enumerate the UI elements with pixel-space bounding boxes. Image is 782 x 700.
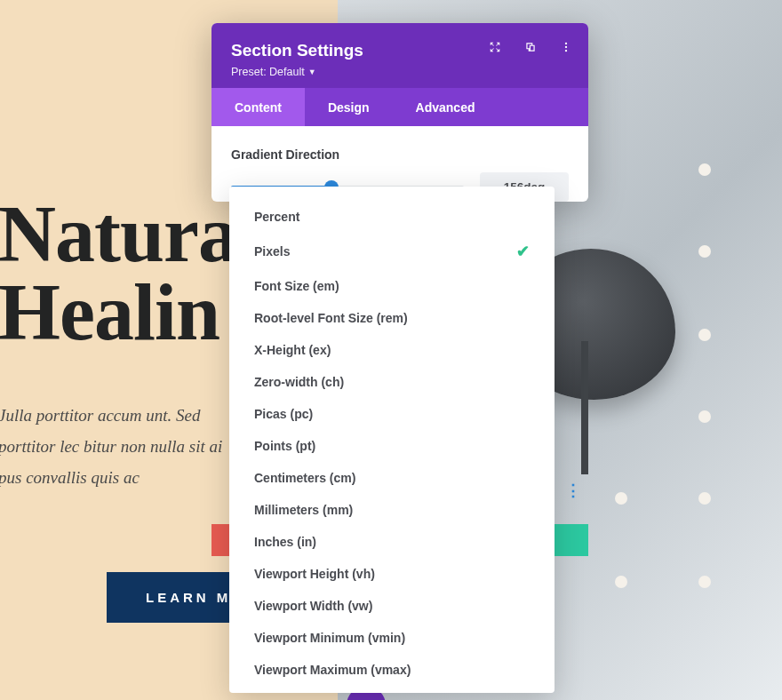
check-icon: ✔ — [516, 242, 530, 261]
svg-point-2 — [565, 50, 567, 52]
unit-option-pc[interactable]: Picas (pc) — [229, 398, 555, 430]
hero-paragraph: Julla porttitor accum unt. Sed porttitor… — [0, 400, 229, 493]
kebab-menu-icon[interactable] — [560, 41, 572, 53]
hero-title-line2: Healin — [0, 268, 219, 356]
unit-option-percent[interactable]: Percent — [229, 201, 555, 233]
preset-label: Preset: Default — [231, 66, 305, 78]
tab-content[interactable]: Content — [211, 88, 305, 126]
unit-option-ch[interactable]: Zero-width (ch) — [229, 366, 555, 398]
unit-option-label: Font Size (em) — [254, 279, 339, 293]
svg-point-1 — [565, 46, 567, 48]
unit-option-label: Points (pt) — [254, 439, 315, 453]
modal-header: Section Settings Preset: Default ▼ — [211, 23, 588, 88]
unit-option-vw[interactable]: Viewport Width (vw) — [229, 590, 555, 622]
gradient-direction-label: Gradient Direction — [231, 147, 569, 162]
decor-dot — [698, 245, 711, 258]
decor-dot — [698, 576, 711, 588]
unit-option-mm[interactable]: Millimeters (mm) — [229, 494, 555, 526]
unit-option-label: Root-level Font Size (rem) — [254, 311, 408, 325]
decor-dot — [698, 492, 711, 505]
decor-dot — [698, 163, 711, 176]
save-button[interactable] — [551, 524, 588, 556]
responsive-icon[interactable] — [524, 41, 537, 53]
unit-option-pt[interactable]: Points (pt) — [229, 430, 555, 462]
unit-option-label: Viewport Width (vw) — [254, 599, 372, 613]
unit-option-label: Zero-width (ch) — [254, 375, 344, 389]
unit-dropdown: Percent Pixels ✔ Font Size (em) Root-lev… — [229, 187, 555, 693]
unit-option-label: Inches (in) — [254, 535, 316, 549]
unit-option-em[interactable]: Font Size (em) — [229, 270, 555, 302]
unit-option-label: Centimeters (cm) — [254, 471, 355, 485]
chevron-down-icon: ▼ — [308, 68, 316, 76]
unit-option-ex[interactable]: X-Height (ex) — [229, 334, 555, 366]
unit-option-vh[interactable]: Viewport Height (vh) — [229, 558, 555, 590]
unit-option-label: Viewport Minimum (vmin) — [254, 631, 405, 645]
unit-option-in[interactable]: Inches (in) — [229, 526, 555, 558]
unit-option-pixels[interactable]: Pixels ✔ — [229, 233, 555, 270]
decor-dot — [698, 410, 711, 423]
hero-title-line1: Natura — [0, 190, 237, 278]
unit-option-rem[interactable]: Root-level Font Size (rem) — [229, 302, 555, 334]
decor-dot — [698, 329, 711, 341]
unit-option-vmin[interactable]: Viewport Minimum (vmin) — [229, 622, 555, 654]
unit-option-label: Viewport Height (vh) — [254, 567, 375, 581]
hero-title: Natura Healin — [0, 195, 237, 352]
scrollbar-indicator[interactable] — [581, 341, 588, 474]
preset-selector[interactable]: Preset: Default ▼ — [231, 66, 316, 78]
unit-option-label: Picas (pc) — [254, 407, 313, 421]
section-settings-modal: Section Settings Preset: Default ▼ Conte… — [211, 23, 588, 202]
tab-advanced[interactable]: Advanced — [393, 88, 499, 126]
unit-option-label: Millimeters (mm) — [254, 503, 353, 517]
unit-option-label: Percent — [254, 210, 299, 224]
field-options-icon[interactable]: ⋮ — [565, 481, 581, 500]
modal-tabs: Content Design Advanced — [211, 88, 588, 126]
decor-dot — [615, 492, 627, 505]
svg-point-0 — [565, 43, 567, 44]
unit-option-label: Pixels — [254, 244, 290, 259]
unit-option-label: Viewport Maximum (vmax) — [254, 663, 411, 677]
unit-option-cm[interactable]: Centimeters (cm) — [229, 462, 555, 494]
expand-icon[interactable] — [489, 41, 501, 53]
unit-option-label: X-Height (ex) — [254, 343, 331, 357]
decor-dot — [615, 576, 627, 588]
tab-design[interactable]: Design — [305, 88, 393, 126]
unit-option-vmax[interactable]: Viewport Maximum (vmax) — [229, 654, 555, 686]
